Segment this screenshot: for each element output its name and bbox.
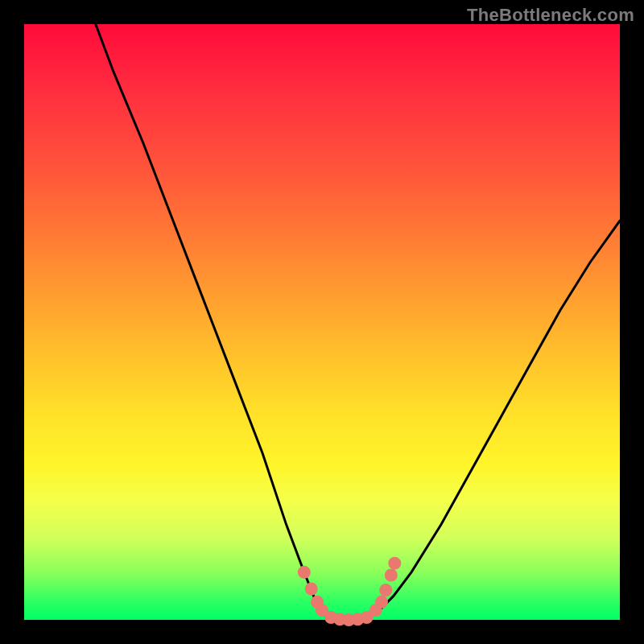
right-curve [346, 221, 620, 620]
highlight-dot [385, 569, 398, 582]
highlight-dot [305, 583, 318, 596]
highlight-dot [375, 596, 388, 609]
plot-area [24, 24, 620, 620]
left-curve [96, 24, 346, 620]
highlight-dot [379, 584, 392, 597]
highlight-dot [388, 557, 401, 570]
watermark-label: TheBottleneck.com [467, 5, 634, 26]
curve-layer [24, 24, 620, 620]
highlight-dots [298, 557, 402, 626]
chart-frame: TheBottleneck.com [0, 0, 644, 644]
highlight-dot [298, 566, 311, 579]
